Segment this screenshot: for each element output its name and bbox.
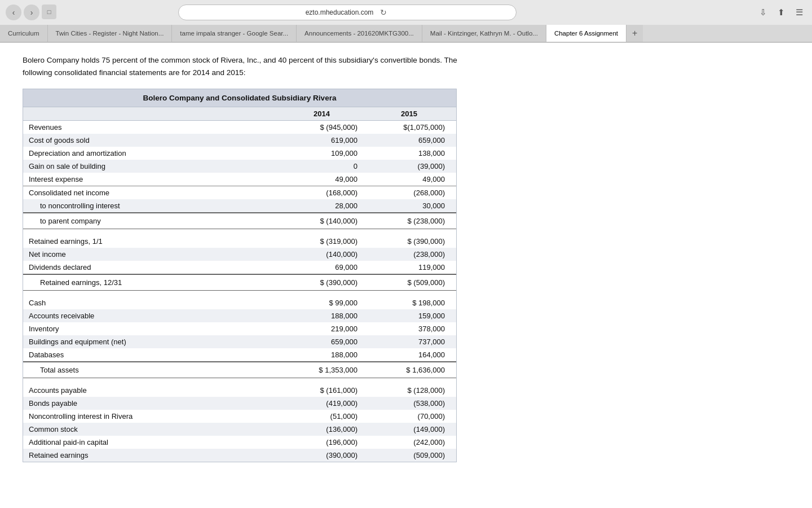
row-val2: 159,000 [369, 309, 456, 322]
row-val1: 69,000 [281, 261, 369, 274]
tab-chapter6[interactable]: Chapter 6 Assignment [546, 25, 626, 42]
row-val2: 164,000 [369, 348, 456, 362]
row-label: Interest expense [23, 173, 281, 186]
row-label: Cash [23, 296, 281, 309]
row-val1: $ (161,000) [281, 384, 369, 397]
page-content: Bolero Company holds 75 percent of the c… [0, 43, 812, 508]
tab-twincities[interactable]: Twin Cities - Register - Night Nation... [48, 25, 173, 42]
row-label: Noncontrolling interest in Rivera [23, 410, 281, 423]
spacer-row [23, 378, 456, 384]
row-val1: (140,000) [281, 248, 369, 261]
row-val2: $ 1,636,000 [369, 362, 456, 378]
row-val2: $ (128,000) [369, 384, 456, 397]
browser-chrome: ‹ › □ ezto.mheducation.com ↻ ⇩ ⬆ ☰ Curri… [0, 0, 812, 43]
row-val1: 109,000 [281, 147, 369, 160]
row-val1: 0 [281, 160, 369, 173]
table-row: Noncontrolling interest in Rivera (51,00… [23, 410, 456, 423]
nav-buttons: ‹ › □ [6, 5, 56, 20]
row-val1: (390,000) [281, 449, 369, 462]
intro-paragraph: Bolero Company holds 75 percent of the c… [23, 54, 474, 78]
row-val1: 219,000 [281, 322, 369, 335]
row-val1: $ (319,000) [281, 235, 369, 248]
row-val2: (149,000) [369, 423, 456, 436]
row-label: Dividends declared [23, 261, 281, 274]
new-tab-button[interactable]: + [626, 25, 643, 42]
row-label: Revenues [23, 121, 281, 134]
row-label: Cost of goods sold [23, 134, 281, 147]
table-row: Accounts payable $ (161,000) $ (128,000) [23, 384, 456, 397]
address-bar[interactable]: ezto.mheducation.com ↻ [178, 5, 517, 20]
row-label: Additional paid-in capital [23, 436, 281, 449]
row-label: Accounts payable [23, 384, 281, 397]
row-val2: (70,000) [369, 410, 456, 423]
table-row: Total assets $ 1,353,000 $ 1,636,000 [23, 362, 456, 378]
table-row: Revenues $ (945,000) $(1,075,000) [23, 121, 456, 134]
table-row: Bonds payable (419,000) (538,000) [23, 397, 456, 410]
spacer-row [23, 291, 456, 297]
row-val1: (196,000) [281, 436, 369, 449]
row-val1: 49,000 [281, 173, 369, 186]
row-val2: 378,000 [369, 322, 456, 335]
table-row: Depreciation and amortization 109,000 13… [23, 147, 456, 160]
row-label: Gain on sale of building [23, 160, 281, 173]
table-row: Retained earnings (390,000) (509,000) [23, 449, 456, 462]
row-val2: $(1,075,000) [369, 121, 456, 134]
sidebar-icon[interactable]: ☰ [792, 5, 806, 20]
row-val2: 49,000 [369, 173, 456, 186]
row-val1: (51,000) [281, 410, 369, 423]
year1-header: 2014 [281, 107, 369, 121]
row-label: Depreciation and amortization [23, 147, 281, 160]
row-val2: $ (238,000) [369, 213, 456, 229]
row-val1: (136,000) [281, 423, 369, 436]
table-row: to noncontrolling interest 28,000 30,000 [23, 199, 456, 213]
spacer-row [23, 229, 456, 235]
tab-announcements[interactable]: Announcements - 201620MKTG300... [297, 25, 422, 42]
row-val1: $ (390,000) [281, 274, 369, 291]
reload-button[interactable]: ↻ [378, 7, 389, 18]
row-val1: (168,000) [281, 186, 369, 200]
table-title: Bolero Company and Consolidated Subsidia… [23, 89, 456, 107]
row-val2: 737,000 [369, 335, 456, 348]
row-label: Consolidated net income [23, 186, 281, 200]
row-label: Accounts receivable [23, 309, 281, 322]
table-row: Interest expense 49,000 49,000 [23, 173, 456, 186]
row-label: Databases [23, 348, 281, 362]
row-val2: 138,000 [369, 147, 456, 160]
table-row: Common stock (136,000) (149,000) [23, 423, 456, 436]
row-val2: $ (509,000) [369, 274, 456, 291]
forward-button[interactable]: › [24, 5, 39, 20]
row-val1: 28,000 [281, 199, 369, 213]
row-label: Retained earnings [23, 449, 281, 462]
row-label: Retained earnings, 12/31 [23, 274, 281, 291]
table-row: Dividends declared 69,000 119,000 [23, 261, 456, 274]
row-val2: 659,000 [369, 134, 456, 147]
download-icon[interactable]: ⇩ [756, 5, 770, 20]
row-val2: (509,000) [369, 449, 456, 462]
table-row: Gain on sale of building 0 (39,000) [23, 160, 456, 173]
tab-curriculum[interactable]: Curriculum [0, 25, 48, 42]
row-val2: $ (390,000) [369, 235, 456, 248]
tab-mail[interactable]: Mail - Kintzinger, Kathryn M. - Outlo... [422, 25, 546, 42]
row-val2: (268,000) [369, 186, 456, 200]
table-row: Retained earnings, 12/31 $ (390,000) $ (… [23, 274, 456, 291]
year-header-row: 2014 2015 Revenues $ (945,000) $(1,075,0… [23, 107, 456, 462]
row-label: Retained earnings, 1/1 [23, 235, 281, 248]
row-label: Buildings and equipment (net) [23, 335, 281, 348]
share-icon[interactable]: ⬆ [774, 5, 788, 20]
row-val1: $ 99,000 [281, 296, 369, 309]
row-val2: 119,000 [369, 261, 456, 274]
table-row: Cash $ 99,000 $ 198,000 [23, 296, 456, 309]
row-val1: 659,000 [281, 335, 369, 348]
tab-tameimpala[interactable]: tame impala stranger - Google Sear... [172, 25, 297, 42]
row-label: to parent company [23, 213, 281, 229]
row-label: Bonds payable [23, 397, 281, 410]
row-label: Inventory [23, 322, 281, 335]
table-row: Accounts receivable 188,000 159,000 [23, 309, 456, 322]
row-val2: 30,000 [369, 199, 456, 213]
row-val1: 619,000 [281, 134, 369, 147]
window-button[interactable]: □ [42, 5, 56, 19]
back-button[interactable]: ‹ [6, 5, 21, 20]
row-val1: 188,000 [281, 309, 369, 322]
table-row: Databases 188,000 164,000 [23, 348, 456, 362]
row-label: Total assets [23, 362, 281, 378]
